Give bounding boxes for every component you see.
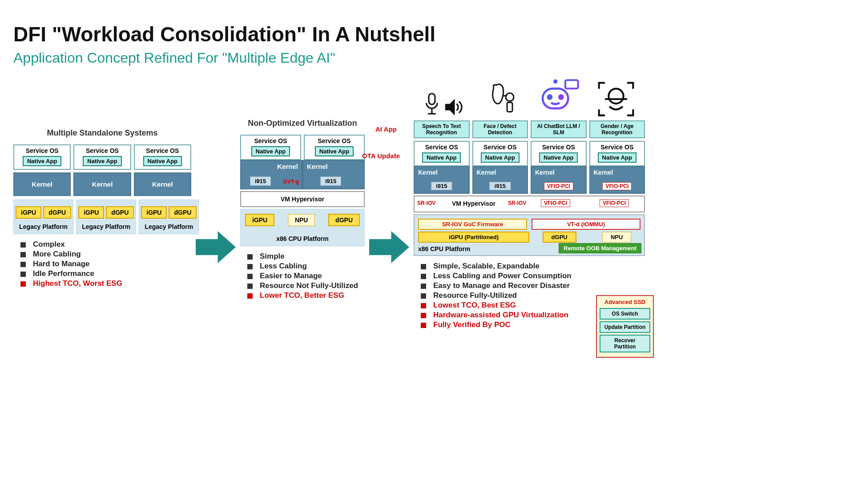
native-app-box: Native App [83,156,121,166]
ai-app-box: Speech To Text Recognition [414,120,470,138]
svg-marker-5 [446,100,454,113]
legacy-label: Legacy Platform [141,223,197,230]
svg-point-10 [547,94,553,100]
ai-app-box: AI ChatBot LLM / SLM [531,120,587,138]
svg-rect-2 [429,94,435,105]
vfio-box: VFIO-PCI [602,182,632,190]
svg-rect-7 [507,103,512,112]
bullet-item: Complex [20,240,191,249]
kernel-label: Kernel [594,169,613,176]
kernel-label: Kernel [245,163,298,170]
bullet-item: Hard to Manage [20,259,191,269]
hypervisor-box: VM Hypervisor [240,191,365,207]
vtd-box: VT-d (IOMMU) [532,219,640,230]
bullet-item: Less Cabling and Power Consumption [421,271,645,281]
service-os-box: Service OSNative App [304,135,365,160]
col1-service-row: Service OSNative App Service OSNative Ap… [13,144,191,170]
vfio-box: VFIO-PCI [544,182,573,190]
sriov-label: SR-IOV [417,200,435,206]
page-subtitle: Application Concept Refined For "Multipl… [13,50,841,66]
col1-title: Multiple Standalone Systems [13,128,191,138]
ssd-item: OS Switch [600,308,650,320]
service-os-box: Service OSNative App [134,144,191,170]
bullet-item-red: Highest TCO, Worst ESG [20,279,191,288]
fw-row: SR-IOV GuC Firmware VT-d (IOMMU) [418,219,640,230]
ai-app-box: Face / Defect Detection [472,120,528,138]
ssd-item: Update Partition [600,321,650,333]
native-app-box: Native App [23,156,61,166]
column-non-optimized: Non-Optimized Virtualization Service OSN… [240,119,365,300]
bullet-item: More Cabling [20,249,191,259]
col2-title: Non-Optimized Virtualization [240,119,365,128]
sriov-fw-box: SR-IOV GuC Firmware [418,219,527,230]
col3-service-row: Service OSNative App Service OSNative Ap… [414,141,645,166]
diagram-row: Multiple Standalone Systems Service OSNa… [13,75,841,330]
kernel-box: Kernel [134,172,191,196]
kernel-label: Kernel [307,163,360,170]
service-os-box: Service OSNative App [531,141,587,166]
col2-kernel-row: Kernel i915 GVT-g Kernel i915 [240,160,365,189]
kernel-label: Kernel [477,169,496,176]
bullet-item: Simple [247,252,365,261]
service-os-label: Service OS [483,144,516,151]
advanced-ssd-box: Advanced SSD OS Switch Update Partition … [596,295,654,358]
igpu-box: iGPU [16,206,41,219]
dgpu-box: dGPU [328,214,360,226]
legacy-label: Legacy Platform [78,223,134,230]
service-os-label: Service OS [86,147,119,154]
column-optimized: AI App OTA Update Speech To Text Recogni… [414,75,645,330]
oob-box: Remote OOB Management [559,243,641,253]
i915-box: i915 [490,182,511,190]
svg-point-6 [506,93,514,101]
igpu-box: iGPU [245,214,274,226]
hw-row: iGPU (Partitioned) dGPU NPU [418,232,640,243]
kernel-box: Kernel [73,172,131,196]
igpu-partitioned-box: iGPU (Partitioned) [418,232,529,243]
ota-update-label: OTA Update [362,152,400,160]
dgpu-box: dGPU [106,206,134,219]
bullet-item: Simple, Scalable, Expandable [421,261,645,271]
col1-bullets: Complex More Cabling Hard to Manage Idle… [20,240,191,288]
bullet-item: Easy to Manage and Recover Disaster [421,281,645,291]
native-app-box: Native App [251,146,290,156]
i915-box: i915 [320,176,341,186]
service-os-box: Service OSNative App [13,144,71,170]
service-os-label: Service OS [146,147,179,154]
i915-box: i915 [250,176,271,186]
svg-marker-0 [196,231,236,263]
svg-point-11 [558,94,564,100]
native-app-box: Native App [422,152,461,163]
platform-label: x86 CPU Platform [245,235,360,242]
service-os-box: Service OSNative App [73,144,131,170]
native-app-box: Native App [539,152,578,163]
ai-apps-row: Speech To Text Recognition Face / Defect… [414,120,645,138]
ai-app-box: Gender / Age Recognition [589,120,645,138]
col2-service-row: Service OSNative App Service OSNative Ap… [240,135,365,160]
legacy-platform-box: iGPUdGPU Legacy Platform [139,200,199,234]
kernel-box: KernelVFIO-PCI [589,166,645,194]
svg-point-17 [608,89,623,104]
service-os-box: Service OSNative App [414,141,470,166]
sriov-label: SR-IOV [508,200,526,206]
arrow-right-icon [369,229,409,265]
native-app-box: Native App [481,152,520,163]
i915-box: i915 [431,182,452,190]
face-detect-icon [476,81,525,119]
npu-box: NPU [602,232,632,243]
legacy-platform-box: iGPUdGPU Legacy Platform [76,200,136,234]
hw-row: iGPU NPU dGPU [245,214,360,226]
face-recognition-icon [592,81,640,119]
svg-point-13 [553,80,558,84]
ssd-item: Recover Partition [600,335,650,352]
igpu-box: iGPU [78,206,104,219]
service-os-label: Service OS [254,137,287,144]
ai-app-label: AI App [375,125,397,133]
npu-box: NPU [288,214,315,226]
bullet-item: Easier to Manage [247,271,365,281]
service-os-box: Service OSNative App [589,141,645,166]
kernel-label: Kernel [535,169,555,176]
col1-platform-row: iGPUdGPU Legacy Platform iGPUdGPU Legacy… [13,200,191,234]
native-app-box: Native App [598,152,636,163]
vfio-box: VFIO-PCI [600,199,629,207]
service-os-label: Service OS [26,147,59,154]
